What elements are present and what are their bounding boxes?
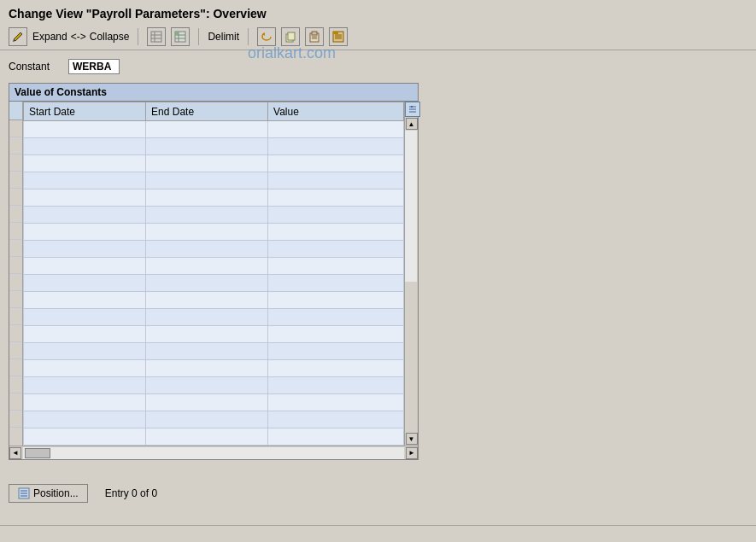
table-row[interactable] (24, 309, 404, 326)
bottom-bar: Position... Entry 0 of 0 (0, 477, 756, 510)
undo-icon[interactable] (257, 27, 276, 46)
scroll-left-button[interactable]: ◄ (9, 447, 21, 459)
row-selector-6[interactable] (9, 206, 22, 223)
table-row[interactable] (24, 275, 404, 292)
delimit-label[interactable]: Delimit (208, 31, 239, 43)
row-selector-10[interactable] (9, 274, 22, 291)
svg-rect-8 (175, 32, 179, 35)
svg-rect-25 (411, 106, 413, 108)
table-row[interactable] (24, 326, 404, 343)
position-label: Position... (33, 487, 79, 499)
svg-rect-0 (151, 32, 161, 42)
table-settings-icon[interactable] (405, 102, 420, 117)
data-table: Start Date End Date Value (23, 102, 404, 446)
status-bar (0, 525, 756, 542)
separator-3 (248, 28, 249, 45)
scroll-down-button[interactable]: ▼ (406, 433, 418, 445)
scroll-track-vertical[interactable] (405, 131, 417, 282)
entry-info: Entry 0 of 0 (105, 487, 157, 499)
table-icon-2[interactable] (171, 27, 190, 46)
edit-icon[interactable] (9, 27, 27, 46)
collapse-label: Collapse (90, 31, 130, 43)
expand-label: Expand (32, 31, 67, 43)
row-selector-7[interactable] (9, 223, 22, 240)
separator-1 (138, 28, 138, 45)
col-header-value[interactable]: Value (268, 102, 404, 121)
horizontal-scrollbar: ◄ ► (9, 446, 418, 459)
row-selector-2[interactable] (9, 137, 22, 154)
table-row[interactable] (24, 172, 404, 189)
row-selector-9[interactable] (9, 257, 22, 274)
row-selector-13[interactable] (9, 325, 22, 342)
separator-2 (198, 28, 199, 45)
constant-label: Constant (9, 61, 60, 73)
table-row[interactable] (24, 411, 404, 428)
expand-collapse-group[interactable]: Expand <-> Collapse (32, 31, 129, 43)
row-selector-3[interactable] (9, 154, 22, 172)
svg-rect-13 (312, 32, 317, 35)
table-row[interactable] (24, 258, 404, 275)
scroll-thumb-horizontal[interactable] (25, 448, 50, 458)
row-selector-12[interactable] (9, 308, 22, 325)
row-selector-4[interactable] (9, 172, 22, 189)
scroll-up-button[interactable]: ▲ (406, 118, 418, 130)
col-header-start-date[interactable]: Start Date (24, 102, 146, 121)
table-row[interactable] (24, 224, 404, 241)
row-selector-14[interactable] (9, 342, 22, 359)
scroll-track-horizontal[interactable] (23, 447, 404, 459)
row-selector-16[interactable] (9, 376, 22, 393)
table-row[interactable] (24, 343, 404, 360)
field-row: Constant WERBA (9, 59, 747, 74)
table-row[interactable] (24, 121, 404, 138)
constant-value-field[interactable]: WERBA (68, 59, 120, 74)
row-selector-18[interactable] (9, 411, 22, 428)
table-row[interactable] (24, 394, 404, 411)
content-area: Constant WERBA Value of Constants (0, 50, 756, 469)
row-selector-5[interactable] (9, 189, 22, 206)
svg-rect-11 (288, 32, 295, 40)
row-selector-1[interactable] (9, 120, 22, 137)
table-row[interactable] (24, 241, 404, 258)
table-row[interactable] (24, 189, 404, 207)
value-of-constants-panel: Value of Constants (9, 83, 419, 460)
table-row[interactable] (24, 155, 404, 172)
table-icon-1[interactable] (147, 27, 166, 46)
col-header-end-date[interactable]: End Date (146, 102, 268, 121)
table-row[interactable] (24, 292, 404, 309)
row-selector-8[interactable] (9, 240, 22, 257)
row-selector-15[interactable] (9, 359, 22, 376)
page-title: Change View "Payroll Parameters": Overvi… (9, 7, 267, 20)
find-icon[interactable] (329, 27, 348, 46)
row-selector-19[interactable] (9, 428, 22, 445)
row-selector-17[interactable] (9, 393, 22, 411)
copy2-icon[interactable] (281, 27, 300, 46)
paste-icon[interactable] (305, 27, 324, 46)
scroll-right-button[interactable]: ► (406, 447, 418, 459)
toolbar: Expand <-> Collapse (0, 24, 756, 50)
position-icon (18, 487, 30, 499)
title-bar: Change View "Payroll Parameters": Overvi… (0, 0, 756, 24)
table-row[interactable] (24, 360, 404, 377)
table-row[interactable] (24, 138, 404, 155)
expand-collapse-separator: <-> (71, 31, 86, 43)
position-button[interactable]: Position... (9, 484, 88, 503)
svg-marker-20 (333, 32, 338, 34)
table-row[interactable] (24, 428, 404, 446)
panel-header: Value of Constants (9, 84, 418, 102)
table-row[interactable] (24, 377, 404, 394)
row-selector-11[interactable] (9, 291, 22, 308)
table-row[interactable] (24, 207, 404, 224)
